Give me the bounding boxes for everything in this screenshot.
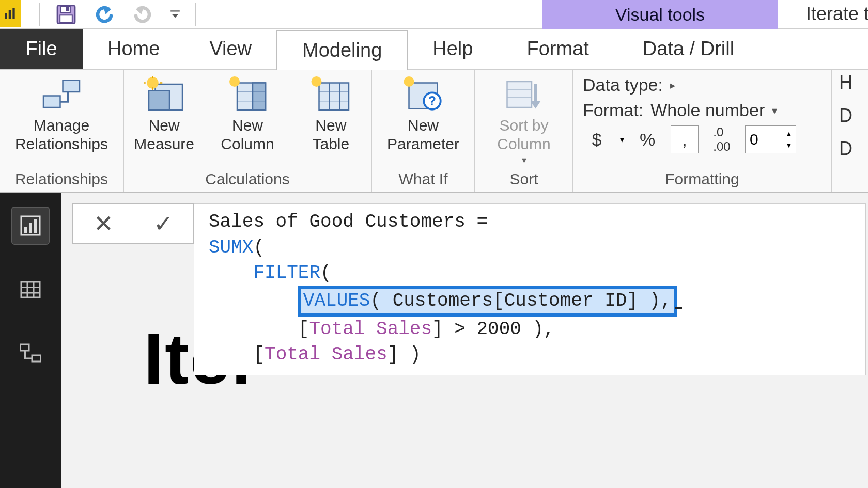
format-row[interactable]: Format: Whole number ▾ xyxy=(583,100,822,120)
format-value: Whole number xyxy=(650,100,765,120)
percent-button[interactable]: % xyxy=(633,125,661,153)
new-measure-label: New Measure xyxy=(134,116,194,153)
dax-keyword: SUMX xyxy=(209,237,253,258)
chevron-down-icon xyxy=(169,9,181,20)
svg-rect-49 xyxy=(32,355,41,361)
number-format-toolbar: $ ▾ % , .0.00 ▲ ▼ xyxy=(583,125,822,153)
decimal-icon: .0.00 xyxy=(708,125,736,153)
svg-rect-6 xyxy=(66,7,69,11)
data-view-button[interactable] xyxy=(12,272,49,308)
chevron-down-icon: ▾ xyxy=(522,154,526,166)
svg-rect-12 xyxy=(43,96,60,108)
group-relationships: Manage Relationships Relationships xyxy=(0,70,124,192)
save-button[interactable] xyxy=(54,2,79,27)
tab-home[interactable]: Home xyxy=(83,29,184,69)
tab-view[interactable]: View xyxy=(184,29,276,69)
decimal-places-input[interactable] xyxy=(746,129,782,150)
new-measure-button[interactable]: New Measure xyxy=(129,75,199,153)
dax-editor[interactable]: Sales of Good Customers = SUMX( FILTER( … xyxy=(194,203,866,375)
new-table-label: New Table xyxy=(312,116,349,153)
decimal-places-spinner[interactable]: ▲ ▼ xyxy=(745,125,796,153)
formula-text: Customers[Customer ID] ), xyxy=(381,290,672,311)
svg-rect-5 xyxy=(60,15,72,22)
svg-rect-1 xyxy=(9,10,11,19)
app-icon xyxy=(0,0,21,27)
svg-rect-41 xyxy=(29,223,32,233)
group-label-formatting: Formatting xyxy=(579,168,826,192)
contextual-tab-visual-tools[interactable]: Visual tools xyxy=(542,0,778,29)
svg-point-15 xyxy=(147,77,159,89)
model-view-button[interactable] xyxy=(12,336,49,372)
svg-rect-11 xyxy=(63,81,80,92)
cropped-text: D xyxy=(839,138,853,160)
sort-by-column-button[interactable]: Sort by Column ▾ xyxy=(481,75,567,166)
new-table-button[interactable]: New Table xyxy=(296,75,366,153)
cropped-text: H xyxy=(839,72,853,93)
title-bar: Visual tools Iterate t xyxy=(0,0,868,29)
qat-customize[interactable] xyxy=(168,9,182,20)
svg-rect-21 xyxy=(253,83,266,111)
report-canvas: Iter ✕ ✓ Sales of Good Customers = SUMX(… xyxy=(61,193,868,488)
new-parameter-button[interactable]: ? New Parameter xyxy=(377,75,469,153)
thousands-separator-button[interactable]: , xyxy=(671,125,699,153)
tab-format[interactable]: Format xyxy=(498,29,617,69)
svg-text:?: ? xyxy=(428,93,436,108)
cancel-formula-button[interactable]: ✕ xyxy=(73,210,133,238)
tab-data-drill[interactable]: Data / Drill xyxy=(618,29,759,69)
sort-icon xyxy=(503,76,545,113)
svg-point-30 xyxy=(312,76,322,87)
chevron-down-icon[interactable]: ▾ xyxy=(620,135,624,145)
tab-help[interactable]: Help xyxy=(408,29,498,69)
redo-button[interactable] xyxy=(130,2,155,27)
commit-formula-button[interactable]: ✓ xyxy=(133,210,193,238)
datatype-label: Data type: xyxy=(583,75,663,95)
svg-rect-0 xyxy=(5,13,7,19)
format-label: Format: xyxy=(583,100,643,120)
redo-icon xyxy=(132,4,153,25)
undo-button[interactable] xyxy=(92,2,117,27)
new-column-button[interactable]: New Column xyxy=(212,75,282,153)
svg-rect-14 xyxy=(149,91,169,111)
svg-point-24 xyxy=(229,76,240,87)
new-column-label: New Column xyxy=(221,116,274,153)
svg-rect-43 xyxy=(21,282,40,297)
group-label-sort: Sort xyxy=(481,168,567,192)
report-view-icon xyxy=(18,213,43,238)
formula-text: > 2000 ), xyxy=(443,319,555,340)
formula-text: ) xyxy=(398,344,421,365)
tab-file[interactable]: File xyxy=(0,29,83,69)
formula-text: Sales of Good Customers = xyxy=(209,211,488,232)
separator xyxy=(195,3,196,26)
tab-modeling[interactable]: Modeling xyxy=(276,30,408,70)
column-icon xyxy=(227,76,268,113)
spinner-up[interactable]: ▲ xyxy=(782,128,796,139)
data-view-icon xyxy=(18,277,43,302)
relationships-icon xyxy=(41,76,82,113)
svg-rect-42 xyxy=(34,219,37,233)
quick-access-toolbar xyxy=(36,0,196,28)
report-view-button[interactable] xyxy=(12,208,49,244)
sort-by-column-label: Sort by Column xyxy=(497,116,550,153)
parameter-icon: ? xyxy=(402,76,444,113)
new-parameter-label: New Parameter xyxy=(387,116,459,153)
dax-measure: Total Sales xyxy=(265,344,388,365)
svg-rect-40 xyxy=(24,227,27,233)
formula-actions: ✕ ✓ xyxy=(72,203,194,244)
undo-icon xyxy=(94,4,115,25)
workspace: Iter ✕ ✓ Sales of Good Customers = SUMX(… xyxy=(0,193,868,488)
group-label-relationships: Relationships xyxy=(5,168,118,192)
dax-keyword: FILTER xyxy=(253,262,320,284)
svg-rect-25 xyxy=(319,83,349,111)
separator xyxy=(39,3,40,26)
manage-relationships-label: Manage Relationships xyxy=(15,116,108,153)
svg-point-34 xyxy=(404,76,414,87)
svg-rect-35 xyxy=(507,82,532,107)
group-formatting: Data type: ▸ Format: Whole number ▾ $ ▾ … xyxy=(574,70,832,192)
manage-relationships-button[interactable]: Manage Relationships xyxy=(5,75,118,153)
table-icon xyxy=(310,76,351,113)
datatype-row[interactable]: Data type: ▸ xyxy=(583,75,822,95)
measure-icon xyxy=(144,76,185,113)
document-title: Iterate t xyxy=(806,3,868,25)
currency-button[interactable]: $ xyxy=(583,125,611,153)
spinner-down[interactable]: ▼ xyxy=(782,139,796,151)
